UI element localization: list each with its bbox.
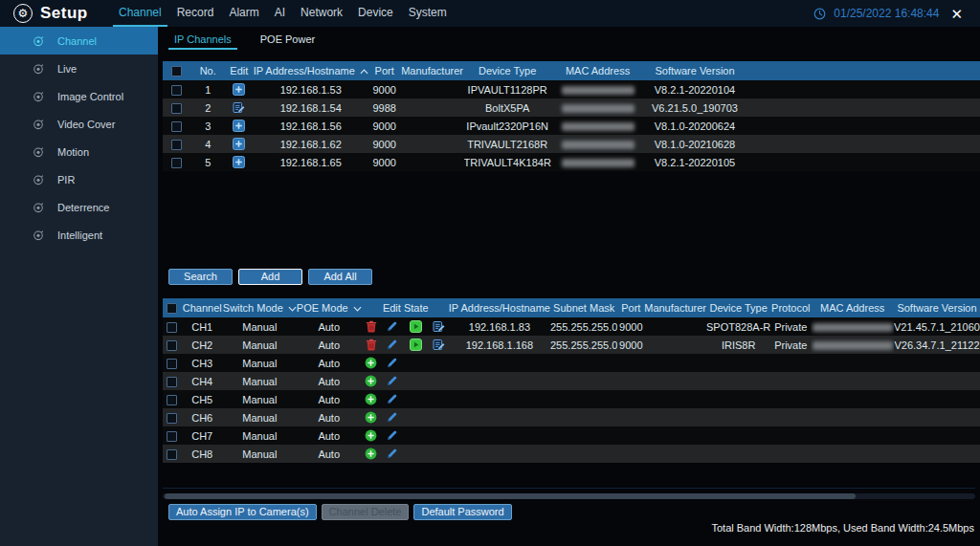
row-checkbox-cell xyxy=(163,80,190,98)
main-menu: ChannelRecordAlarmAINetworkDeviceSystem xyxy=(111,0,455,27)
cell-manufacturer xyxy=(644,354,706,372)
cell-subnet-mask xyxy=(550,408,617,426)
select-all-checkbox[interactable] xyxy=(171,66,182,76)
cell-manufacturer xyxy=(401,117,464,135)
column-header-switch-mode[interactable]: Switch Mode xyxy=(223,298,297,317)
pencil-icon[interactable] xyxy=(386,320,398,333)
row-checkbox[interactable] xyxy=(171,85,182,96)
trash-icon[interactable] xyxy=(366,339,377,351)
menu-item-device[interactable]: Device xyxy=(350,0,401,27)
mac-cell xyxy=(551,80,644,98)
plus-circle-icon[interactable] xyxy=(365,411,377,424)
menu-item-system[interactable]: System xyxy=(401,0,455,27)
column-header-label: Edit xyxy=(383,302,401,314)
row-checkbox[interactable] xyxy=(171,140,182,150)
pencil-icon[interactable] xyxy=(386,357,398,369)
sidebar-item-label: PIR xyxy=(57,174,75,186)
cell-subnet-mask xyxy=(550,372,617,390)
add-all-button[interactable]: Add All xyxy=(308,269,372,285)
mac-cell xyxy=(811,354,894,372)
camera-icon xyxy=(33,119,44,130)
row-checkbox[interactable] xyxy=(171,103,182,114)
mac-redacted-blur xyxy=(813,341,893,350)
edit-doc-icon[interactable] xyxy=(233,101,245,114)
trash-icon[interactable] xyxy=(366,320,377,333)
plus-circle-icon[interactable] xyxy=(365,357,377,369)
close-icon[interactable]: ✕ xyxy=(947,5,967,23)
sidebar-item-image-control[interactable]: Image Control xyxy=(0,82,158,110)
icon-cell xyxy=(403,408,429,426)
plus-circle-icon[interactable] xyxy=(365,393,377,405)
icon-cell xyxy=(362,445,381,463)
channel-delete-button[interactable]: Channel Delete xyxy=(322,504,410,520)
cell-poe-mode: Auto xyxy=(297,426,362,445)
pencil-icon[interactable] xyxy=(386,393,398,405)
row-checkbox[interactable] xyxy=(167,359,177,369)
add-square-icon[interactable] xyxy=(233,156,245,168)
cell-ip: 192.168.1.168 xyxy=(449,336,550,354)
tab-ip-channels[interactable]: IP Channels xyxy=(172,31,234,50)
cell-manufacturer xyxy=(644,445,706,463)
play-icon[interactable] xyxy=(410,339,422,351)
add-square-icon[interactable] xyxy=(233,83,245,96)
pencil-icon[interactable] xyxy=(386,411,398,424)
menu-item-alarm[interactable]: Alarm xyxy=(221,0,266,27)
row-checkbox[interactable] xyxy=(167,340,177,351)
mac-cell xyxy=(811,390,894,408)
pencil-icon[interactable] xyxy=(386,339,398,351)
menu-item-network[interactable]: Network xyxy=(293,0,350,27)
row-checkbox[interactable] xyxy=(167,395,177,405)
filler-cell xyxy=(746,135,980,153)
tab-poe-power[interactable]: POE Power xyxy=(258,31,317,50)
add-square-icon[interactable] xyxy=(233,138,245,150)
row-checkbox[interactable] xyxy=(167,413,177,424)
table-bottom-divider xyxy=(163,488,975,489)
sidebar-item-motion[interactable]: Motion xyxy=(0,138,158,165)
sidebar-item-intelligent[interactable]: Intelligent xyxy=(0,221,158,249)
menu-item-ai[interactable]: AI xyxy=(267,0,293,27)
plus-circle-icon[interactable] xyxy=(365,429,377,442)
row-checkbox[interactable] xyxy=(171,158,182,168)
auto-assign-ip-button[interactable]: Auto Assign IP to Camera(s) xyxy=(168,504,317,520)
sidebar-item-deterrence[interactable]: Deterrence xyxy=(0,193,158,221)
edit-doc-icon[interactable] xyxy=(433,339,445,351)
column-header-device-type: Device Type xyxy=(464,61,551,80)
row-checkbox[interactable] xyxy=(167,431,177,442)
row-checkbox[interactable] xyxy=(167,322,177,333)
menu-item-channel[interactable]: Channel xyxy=(111,0,169,27)
pencil-icon[interactable] xyxy=(386,429,398,442)
play-icon[interactable] xyxy=(410,320,422,333)
default-password-button[interactable]: Default Password xyxy=(413,504,511,520)
edit-doc-icon[interactable] xyxy=(433,320,445,333)
sidebar-item-channel[interactable]: Channel xyxy=(0,27,158,55)
select-all-checkbox[interactable] xyxy=(167,303,177,314)
cell-ip xyxy=(449,445,550,463)
column-header-poe-mode[interactable]: POE Mode xyxy=(297,298,362,317)
sidebar-item-video-cover[interactable]: Video Cover xyxy=(0,110,158,138)
search-button[interactable]: Search xyxy=(168,269,233,285)
mac-redacted-blur xyxy=(813,323,893,332)
horizontal-scrollbar-thumb[interactable] xyxy=(165,493,856,499)
icon-cell xyxy=(225,117,254,135)
plus-circle-icon[interactable] xyxy=(365,375,377,387)
mac-cell xyxy=(811,426,894,445)
pencil-icon[interactable] xyxy=(386,375,398,387)
horizontal-scrollbar[interactable] xyxy=(163,493,975,499)
sidebar-item-pir[interactable]: PIR xyxy=(0,165,158,193)
cell-protocol: Private xyxy=(770,317,811,336)
row-checkbox[interactable] xyxy=(167,449,177,460)
mac-cell xyxy=(811,317,894,336)
pencil-icon[interactable] xyxy=(386,448,398,460)
add-button[interactable]: Add xyxy=(238,269,302,285)
icon-cell xyxy=(403,445,429,463)
add-square-icon[interactable] xyxy=(233,120,245,132)
dropdown-caret-icon xyxy=(288,306,297,312)
column-header-ip-address-hostname[interactable]: IP Address/Hostname xyxy=(254,61,368,80)
sidebar-item-live[interactable]: Live xyxy=(0,55,158,82)
row-checkbox[interactable] xyxy=(171,121,182,132)
plus-circle-icon[interactable] xyxy=(365,448,377,460)
cell-port xyxy=(617,372,644,390)
menu-item-record[interactable]: Record xyxy=(169,0,222,27)
row-checkbox[interactable] xyxy=(167,377,177,387)
table-row: CH5ManualAuto xyxy=(163,390,980,408)
